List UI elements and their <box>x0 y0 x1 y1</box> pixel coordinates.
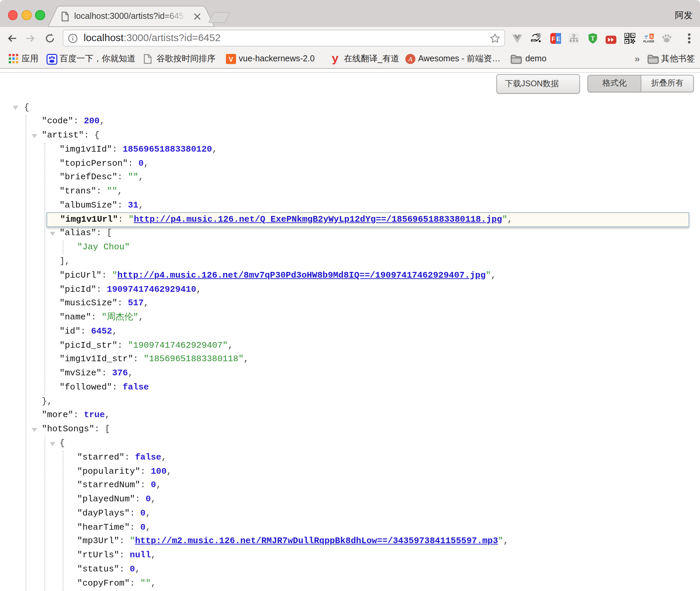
svg-text:en: en <box>531 37 536 42</box>
svg-text:V: V <box>229 56 233 63</box>
svg-text:A: A <box>408 56 412 63</box>
svg-text:T: T <box>591 35 595 41</box>
svg-text:E: E <box>556 35 560 42</box>
svg-text:英: 英 <box>536 32 541 38</box>
svg-text:5: 5 <box>650 34 653 39</box>
svg-text:y: y <box>332 53 339 64</box>
svg-text:F: F <box>552 35 555 42</box>
svg-text:PLAYER: PLAYER <box>643 40 654 43</box>
